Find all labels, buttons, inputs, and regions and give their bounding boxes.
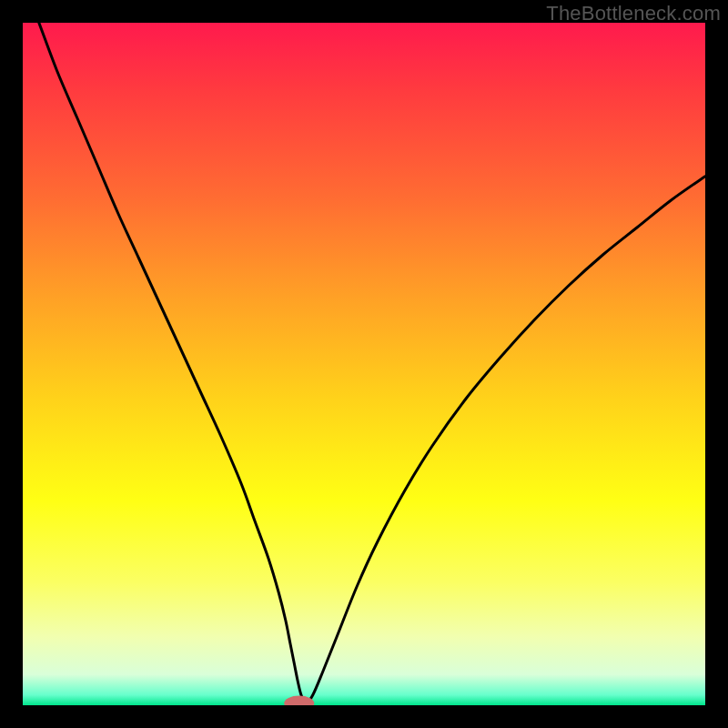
watermark-text: TheBottleneck.com [546, 2, 721, 25]
chart-frame: TheBottleneck.com [0, 0, 728, 728]
gradient-background [23, 23, 705, 705]
plot-area [23, 23, 705, 705]
chart-svg [23, 23, 705, 705]
